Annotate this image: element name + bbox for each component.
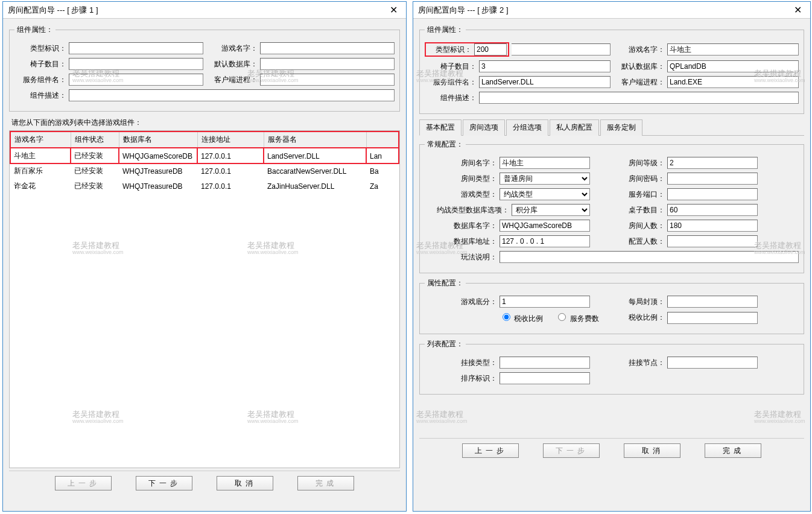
input-defaultdb-1[interactable] bbox=[260, 58, 395, 70]
tab-basic[interactable]: 基本配置 bbox=[419, 119, 462, 136]
lbl-svc-port: 服务端口： bbox=[613, 189, 665, 200]
input-sort-id[interactable] bbox=[500, 372, 590, 384]
finish-button-2[interactable]: 完成 bbox=[705, 443, 761, 458]
lbl-client-2: 客户端进程： bbox=[613, 77, 665, 87]
input-module-1[interactable] bbox=[69, 74, 203, 86]
input-cap[interactable] bbox=[667, 296, 758, 308]
input-table-count[interactable] bbox=[667, 204, 758, 216]
input-client-2[interactable] bbox=[667, 76, 799, 88]
title-text-2: 房间配置向导 --- [ 步骤 2 ] bbox=[418, 5, 509, 16]
lbl-db-opt: 约战类型数据库选项： bbox=[425, 205, 509, 215]
input-room-pwd[interactable] bbox=[667, 173, 758, 185]
input-mount-node[interactable] bbox=[667, 357, 758, 369]
lbl-room-pwd: 房间密码： bbox=[613, 174, 665, 184]
lbl-module-2: 服务组件名： bbox=[425, 77, 477, 87]
tab-room-opts[interactable]: 房间选项 bbox=[463, 119, 505, 136]
general-legend: 常规配置： bbox=[425, 139, 466, 150]
input-client-1[interactable] bbox=[260, 74, 395, 86]
tab-service[interactable]: 服务定制 bbox=[600, 119, 642, 136]
next-button-1[interactable]: 下一步 bbox=[136, 476, 192, 490]
titlebar-2: 房间配置向导 --- [ 步骤 2 ] ✕ bbox=[413, 2, 810, 19]
grid-header-row: 游戏名字 组件状态 数据库名 连接地址 服务器名 bbox=[10, 132, 399, 148]
table-row[interactable]: 诈金花已经安装WHQJTreasureDB127.0.0.1ZaJinHuaSe… bbox=[10, 179, 399, 194]
lbl-type-id-2: 类型标识： bbox=[427, 45, 472, 55]
select-db-opt[interactable]: 积分库 bbox=[512, 204, 590, 216]
radio-fee[interactable]: 服务费数 bbox=[555, 311, 598, 324]
lbl-mount-type: 挂接类型： bbox=[425, 358, 497, 368]
instruction-text: 请您从下面的游戏列表中选择游戏组件： bbox=[11, 118, 400, 128]
input-chair-2[interactable] bbox=[479, 60, 611, 72]
input-tax-ratio[interactable] bbox=[667, 312, 758, 324]
input-desc-1[interactable] bbox=[69, 89, 395, 101]
select-game-type[interactable]: 约战类型 bbox=[500, 188, 590, 200]
component-attr-group-1: 组件属性： 类型标识： 游戏名字： 椅子数目： 默认数据库： bbox=[9, 25, 400, 112]
lbl-game-name-1: 游戏名字： bbox=[206, 43, 258, 54]
col-db[interactable]: 数据库名 bbox=[119, 132, 197, 148]
lbl-desc-1: 组件描述： bbox=[14, 90, 66, 101]
prev-button-2[interactable]: 上一步 bbox=[462, 443, 519, 458]
title-text-1: 房间配置向导 --- [ 步骤 1 ] bbox=[8, 5, 98, 16]
lbl-defaultdb-1: 默认数据库： bbox=[206, 59, 258, 69]
button-bar-2: 上一步 下一步 取消 完成 bbox=[419, 438, 804, 460]
lbl-base-score: 游戏底分： bbox=[425, 297, 497, 307]
prev-button-1[interactable]: 上一步 bbox=[55, 476, 112, 490]
col-server[interactable]: 服务器名 bbox=[264, 132, 366, 148]
input-db-addr[interactable] bbox=[500, 235, 590, 247]
lbl-game-name-2: 游戏名字： bbox=[613, 45, 665, 55]
button-bar-1: 上一步 下一步 取消 完成 bbox=[9, 471, 400, 493]
finish-button-1[interactable]: 完成 bbox=[297, 476, 354, 490]
lbl-rule: 玩法说明： bbox=[425, 252, 497, 262]
input-rule[interactable] bbox=[500, 251, 799, 263]
input-game-name-1[interactable] bbox=[260, 42, 395, 54]
select-room-type[interactable]: 普通房间 bbox=[500, 173, 590, 185]
input-defaultdb-2[interactable] bbox=[667, 60, 799, 72]
input-desc-2[interactable] bbox=[479, 92, 799, 104]
lbl-db-name: 数据库名字： bbox=[425, 221, 497, 231]
lbl-chair-1: 椅子数目： bbox=[14, 59, 66, 69]
tab-private[interactable]: 私人房配置 bbox=[550, 119, 599, 136]
lbl-cfg-people: 配置人数： bbox=[613, 236, 665, 247]
lbl-cap: 每局封顶： bbox=[613, 297, 665, 307]
table-row[interactable]: 新百家乐已经安装WHQJTreasureDB127.0.0.1BaccaratN… bbox=[10, 163, 399, 179]
input-svc-port[interactable] bbox=[667, 188, 758, 200]
game-list-grid[interactable]: 游戏名字 组件状态 数据库名 连接地址 服务器名 斗地主已经安装WHQJGame… bbox=[9, 130, 400, 468]
input-room-level[interactable] bbox=[667, 157, 758, 169]
lbl-db-addr: 数据库地址： bbox=[425, 236, 497, 247]
input-type-id-2[interactable] bbox=[474, 43, 507, 56]
lbl-room-name: 房间名字： bbox=[425, 158, 497, 168]
cancel-button-2[interactable]: 取消 bbox=[624, 443, 680, 458]
general-config-group: 常规配置： 房间名字： 房间等级： 房间类型：普通房间 房间密码： 游戏类型：约… bbox=[419, 139, 804, 273]
table-row[interactable]: 斗地主已经安装WHQJGameScoreDB127.0.0.1LandServe… bbox=[10, 148, 399, 163]
input-db-name[interactable] bbox=[500, 220, 590, 232]
titlebar-1: 房间配置向导 --- [ 步骤 1 ] ✕ bbox=[3, 2, 406, 19]
lbl-sort-id: 排序标识： bbox=[425, 373, 497, 384]
input-mount-type[interactable] bbox=[500, 357, 590, 369]
lbl-tax-ratio: 税收比例： bbox=[613, 313, 665, 323]
dialog-step2: 房间配置向导 --- [ 步骤 2 ] ✕ 组件属性： 类型标识： 游戏名字： bbox=[413, 1, 811, 512]
input-cfg-people[interactable] bbox=[667, 235, 758, 247]
next-button-2[interactable]: 下一步 bbox=[543, 443, 600, 458]
lbl-module-1: 服务组件名： bbox=[14, 75, 66, 85]
radio-tax-ratio[interactable]: 税收比例 bbox=[500, 311, 543, 324]
col-game-name[interactable]: 游戏名字 bbox=[10, 132, 71, 148]
input-module-2[interactable] bbox=[479, 76, 611, 88]
input-room-people[interactable] bbox=[667, 220, 758, 232]
lbl-room-level: 房间等级： bbox=[613, 158, 665, 168]
attr-config-group: 属性配置： 游戏底分： 每局封顶： 税收比例 服务费数 税收比例： bbox=[419, 278, 804, 334]
input-type-id-2b bbox=[512, 43, 611, 56]
close-icon[interactable]: ✕ bbox=[790, 4, 805, 16]
input-room-name[interactable] bbox=[500, 157, 590, 169]
tab-group-opts[interactable]: 分组选项 bbox=[506, 119, 548, 136]
input-type-id-1[interactable] bbox=[69, 42, 203, 54]
lbl-mount-node: 挂接节点： bbox=[613, 358, 665, 368]
input-chair-1[interactable] bbox=[69, 58, 203, 70]
cancel-button-1[interactable]: 取消 bbox=[217, 476, 273, 490]
col-addr[interactable]: 连接地址 bbox=[197, 132, 264, 148]
col-extra[interactable] bbox=[366, 132, 399, 148]
col-status[interactable]: 组件状态 bbox=[71, 132, 119, 148]
close-icon[interactable]: ✕ bbox=[386, 4, 401, 16]
list-config-group: 列表配置： 挂接类型： 挂接节点： 排序标识： bbox=[419, 339, 804, 395]
input-base-score[interactable] bbox=[500, 296, 590, 308]
lbl-room-type: 房间类型： bbox=[425, 174, 497, 184]
input-game-name-2[interactable] bbox=[667, 43, 799, 56]
